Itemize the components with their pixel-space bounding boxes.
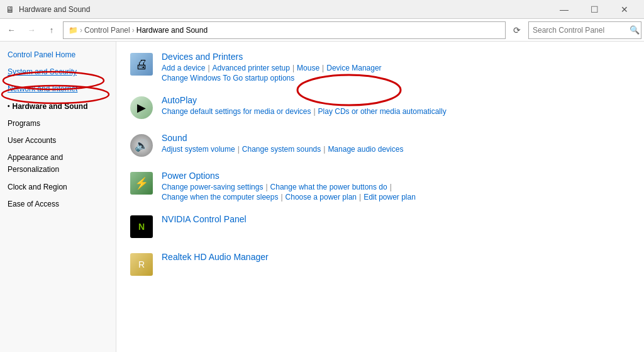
section-sound: 🔊 Sound Adjust system volume | Change sy…	[129, 133, 631, 158]
realtek-icon: R	[129, 252, 154, 277]
active-bullet: •	[8, 101, 10, 111]
search-box: 🔍	[528, 21, 641, 39]
up-button[interactable]: ↑	[43, 21, 60, 39]
section-devices-printers: 🖨 Devices and Printers Add a device | Ad…	[129, 52, 631, 82]
mouse-link[interactable]: Mouse	[297, 64, 319, 72]
search-icon: 🔍	[630, 25, 640, 35]
back-button[interactable]: ←	[3, 21, 20, 39]
devices-printers-title[interactable]: Devices and Printers	[162, 52, 631, 62]
autoplay-links: Change default settings for media or dev…	[162, 107, 631, 116]
sidebar-item-user-accounts[interactable]: User Accounts	[0, 132, 116, 149]
manage-audio-link[interactable]: Manage audio devices	[328, 145, 403, 154]
devices-printers-links-row2: Change Windows To Go startup options	[162, 74, 631, 82]
edit-power-plan-link[interactable]: Edit power plan	[364, 193, 416, 202]
titlebar-title: Hardware and Sound	[19, 5, 90, 14]
close-button[interactable]: ✕	[610, 0, 639, 19]
sidebar-item-clock-region[interactable]: Clock and Region	[0, 179, 116, 196]
devices-printers-icon: 🖨	[129, 52, 154, 77]
sound-icon: 🔊	[129, 133, 154, 158]
devices-printers-links: Add a device | Advanced printer setup | …	[162, 64, 631, 72]
address-path[interactable]: 📁 › Control Panel › Hardware and Sound	[63, 21, 506, 39]
refresh-button[interactable]: ⟳	[508, 21, 526, 39]
path-current: Hardware and Sound	[136, 26, 208, 35]
search-input[interactable]	[533, 26, 627, 35]
sidebar-item-network-internet[interactable]: Network and Internet	[0, 81, 116, 98]
sidebar-label-hardware: Hardware and Sound	[13, 101, 88, 113]
choose-power-plan-link[interactable]: Choose a power plan	[286, 193, 357, 202]
titlebar: 🖥 Hardware and Sound — ☐ ✕	[0, 0, 644, 19]
change-power-buttons-link[interactable]: Change what the power buttons do	[270, 183, 387, 191]
titlebar-icon: 🖥	[5, 4, 15, 14]
sound-links: Adjust system volume | Change system sou…	[162, 145, 631, 154]
sidebar-item-hardware-sound[interactable]: • Hardware and Sound	[0, 98, 116, 115]
change-sounds-link[interactable]: Change system sounds	[242, 145, 321, 154]
realtek-title[interactable]: Realtek HD Audio Manager	[162, 252, 631, 262]
device-manager-link[interactable]: Device Manager	[326, 64, 381, 72]
add-device-link[interactable]: Add a device	[162, 64, 205, 72]
power-options-links-row1: Change power-saving settings | Change wh…	[162, 183, 631, 191]
maximize-button[interactable]: ☐	[580, 0, 609, 19]
content-area: 🖨 Devices and Printers Add a device | Ad…	[116, 42, 644, 352]
windows-to-go-link[interactable]: Change Windows To Go startup options	[162, 74, 294, 82]
main-layout: Control Panel Home System and Security N…	[0, 42, 644, 352]
autoplay-title[interactable]: AutoPlay	[162, 95, 631, 105]
play-cds-link[interactable]: Play CDs or other media automatically	[318, 107, 447, 116]
sidebar-item-control-panel-home[interactable]: Control Panel Home	[0, 47, 116, 64]
path-icon: 📁	[69, 26, 78, 35]
nvidia-title[interactable]: NVIDIA Control Panel	[162, 214, 631, 224]
adjust-volume-link[interactable]: Adjust system volume	[162, 145, 235, 154]
sidebar-item-appearance[interactable]: Appearance and Personalization	[0, 149, 116, 178]
change-sleep-link[interactable]: Change when the computer sleeps	[162, 193, 278, 202]
change-default-settings-link[interactable]: Change default settings for media or dev…	[162, 107, 311, 116]
sidebar-item-ease-of-access[interactable]: Ease of Access	[0, 196, 116, 213]
section-power-options: ⚡ Power Options Change power-saving sett…	[129, 171, 631, 202]
change-power-saving-link[interactable]: Change power-saving settings	[162, 183, 263, 191]
section-autoplay: ▶ AutoPlay Change default settings for m…	[129, 95, 631, 120]
sidebar-item-programs[interactable]: Programs	[0, 115, 116, 132]
sidebar-item-system-security[interactable]: System and Security	[0, 64, 116, 81]
advanced-printer-setup-link[interactable]: Advanced printer setup	[213, 64, 290, 72]
minimize-button[interactable]: —	[550, 0, 579, 19]
addressbar: ← → ↑ 📁 › Control Panel › Hardware and S…	[0, 19, 644, 42]
titlebar-controls: — ☐ ✕	[550, 0, 639, 19]
section-realtek: R Realtek HD Audio Manager	[129, 252, 631, 277]
sound-title[interactable]: Sound	[162, 133, 631, 143]
power-options-links-row2: Change when the computer sleeps | Choose…	[162, 193, 631, 202]
section-nvidia: N NVIDIA Control Panel	[129, 214, 631, 239]
forward-button[interactable]: →	[23, 21, 40, 39]
sidebar: Control Panel Home System and Security N…	[0, 42, 116, 352]
power-options-icon: ⚡	[129, 171, 154, 196]
autoplay-icon: ▶	[129, 95, 154, 120]
nvidia-icon: N	[129, 214, 154, 239]
path-root: Control Panel	[84, 26, 130, 35]
power-options-title[interactable]: Power Options	[162, 171, 631, 181]
